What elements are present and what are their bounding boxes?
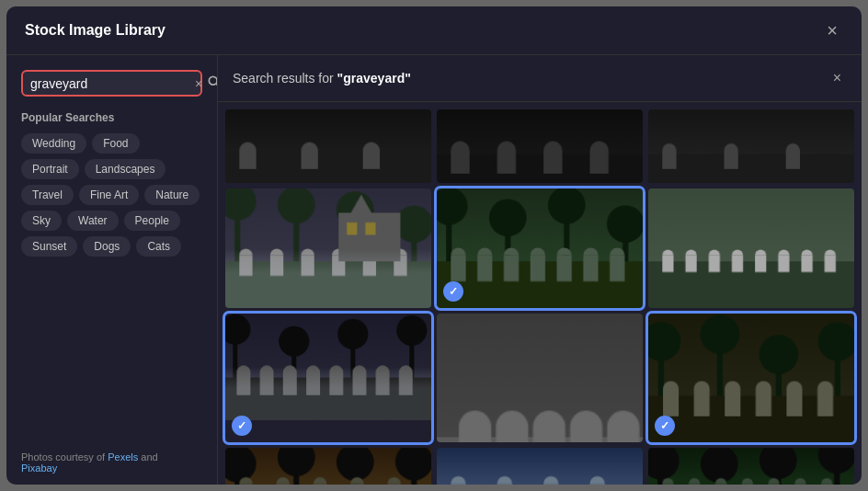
modal-title: Stock Image Library [25,22,166,39]
tag-travel[interactable]: Travel [21,185,74,205]
image-cell[interactable] [437,109,643,183]
modal-header: Stock Image Library × [6,6,862,55]
search-box: × [21,70,202,97]
tag-fine-art[interactable]: Fine Art [79,185,139,205]
search-clear-button[interactable]: × [191,76,206,91]
tag-portrait[interactable]: Portrait [21,159,79,179]
main-content: Search results for "graveyard" × [218,55,862,485]
stock-image-library-modal: Stock Image Library × × Popular Searches… [6,6,862,485]
image-cell[interactable] [437,314,643,442]
image-canvas [648,188,854,308]
image-cell[interactable] [225,188,431,308]
pexels-link[interactable]: Pexels [108,451,138,462]
image-cell-selected[interactable]: ✓ [437,188,643,308]
footer-text-before: Photos courtesy of [21,451,108,462]
image-canvas [437,109,643,183]
image-canvas [437,314,643,442]
tag-water[interactable]: Water [67,211,119,231]
image-canvas [648,109,854,183]
tags-container: WeddingFoodPortraitLandscapesTravelFine … [21,133,202,257]
image-canvas [225,109,431,183]
image-grid: ✓ ✓ ✓ [218,102,862,485]
selection-check: ✓ [655,416,675,436]
image-cell-selected[interactable]: ✓ [225,314,431,442]
image-cell[interactable] [648,448,854,485]
close-button[interactable]: × [821,19,843,41]
tag-dogs[interactable]: Dogs [83,236,131,257]
image-canvas [225,314,431,420]
footer-text-mid: and [138,451,157,462]
modal-body: × Popular Searches WeddingFoodPortraitLa… [6,55,862,485]
search-icon [208,75,218,88]
search-input[interactable] [30,76,191,91]
image-cell-selected[interactable]: ✓ [648,314,854,442]
tag-food[interactable]: Food [92,133,139,154]
results-title-prefix: Search results for [233,71,337,86]
image-cell[interactable] [648,109,854,183]
image-canvas [225,188,431,308]
tag-cats[interactable]: Cats [136,236,181,257]
tag-sky[interactable]: Sky [21,211,62,231]
selection-check: ✓ [232,416,252,436]
results-header: Search results for "graveyard" × [218,55,862,102]
svg-point-0 [210,76,218,85]
sidebar: × Popular Searches WeddingFoodPortraitLa… [6,55,218,485]
results-title: Search results for "graveyard" [233,71,828,86]
tag-sunset[interactable]: Sunset [21,236,77,257]
sidebar-footer: Photos courtesy of Pexels and Pixabay [21,451,205,474]
image-canvas [437,188,643,308]
results-query: "graveyard" [337,71,411,86]
image-cell[interactable] [225,448,431,485]
image-canvas [648,448,854,485]
pixabay-link[interactable]: Pixabay [21,462,57,474]
dismiss-search-button[interactable]: × [828,68,847,88]
tag-landscapes[interactable]: Landscapes [85,159,166,179]
tag-nature[interactable]: Nature [144,185,200,205]
image-cell[interactable] [437,448,643,485]
image-canvas [437,448,643,485]
image-canvas [225,448,431,485]
search-submit-button[interactable] [206,75,218,91]
image-canvas [648,314,854,442]
selection-check: ✓ [443,281,463,302]
popular-searches-heading: Popular Searches [21,111,202,124]
image-cell[interactable] [225,109,431,183]
tag-wedding[interactable]: Wedding [21,133,86,154]
image-cell[interactable] [648,188,854,308]
tag-people[interactable]: People [124,211,180,231]
